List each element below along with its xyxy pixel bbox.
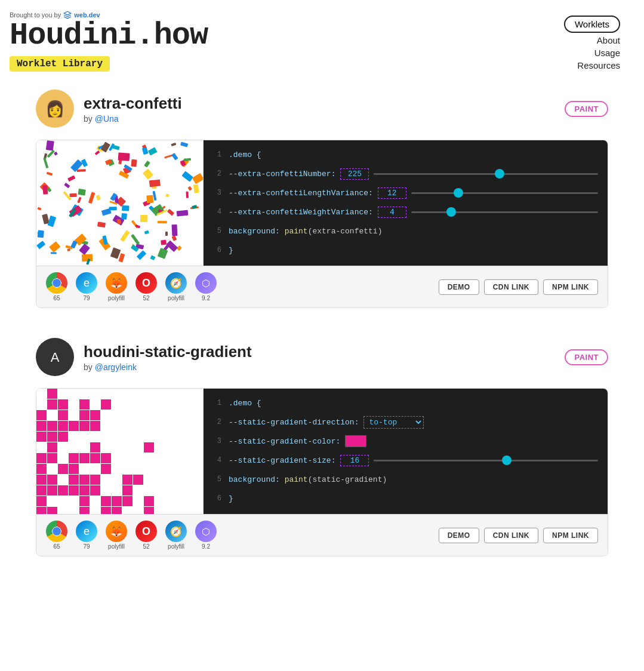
static-gradient-block (101, 464, 111, 474)
by-label: by (84, 362, 95, 372)
arc-label: 9.2 (202, 543, 210, 550)
demo-button[interactable]: DEMO (439, 279, 479, 295)
npm-link-button-2[interactable]: NPM LINK (543, 528, 598, 543)
confetti-piece (97, 221, 106, 227)
confetti-piece (88, 192, 95, 204)
worklet-name: houdini-static-gradient (84, 343, 252, 361)
confetti-piece (143, 169, 153, 180)
by-label: by (84, 114, 95, 124)
static-gradient-block (69, 453, 79, 463)
confetti-weight-input[interactable] (378, 207, 406, 218)
chrome-label: 65 (53, 543, 60, 550)
nav-worklets-button[interactable]: Worklets (564, 16, 620, 33)
card-body: 1 .demo { 2 --static-gradient-direction:… (36, 388, 608, 556)
line-num: 3 (213, 189, 221, 197)
worklet-card-extra-confetti: 👩 extra-confetti by @Una PAINT (36, 90, 608, 308)
edge-symbol: e (84, 525, 90, 538)
static-gradient-block (47, 507, 57, 514)
browser-safari: 🧭 polyfill (165, 272, 187, 301)
confetti-number-input[interactable] (340, 168, 369, 180)
gradient-size-input[interactable] (340, 455, 369, 466)
confetti-piece (118, 153, 130, 161)
code-prop: --extra-confettiWeightVariance: (229, 208, 373, 217)
static-gradient-block (47, 421, 57, 431)
arc-icon: ⬡ (195, 272, 217, 294)
confetti-length-slider[interactable] (411, 192, 598, 194)
confetti-piece (186, 191, 189, 198)
confetti-piece (50, 252, 56, 254)
firefox-icon: 🦊 (106, 521, 127, 542)
author-link[interactable]: @Una (95, 114, 119, 124)
confetti-piece (118, 253, 125, 262)
static-gradient-block (36, 475, 47, 485)
confetti-length-input[interactable] (378, 187, 406, 199)
nav-resources-link[interactable]: Resources (577, 60, 620, 70)
code-line-5: 5 background: paint(extra-confetti) (204, 221, 608, 241)
arc-symbol: ⬡ (202, 526, 210, 537)
arc-icon: ⬡ (195, 521, 217, 542)
confetti-piece (144, 230, 149, 235)
static-gradient-block (90, 485, 100, 495)
firefox-symbol: 🦊 (110, 526, 122, 537)
gradient-direction-select[interactable]: to-top to-bottom to-left to-right (363, 416, 424, 429)
confetti-piece (161, 240, 166, 245)
confetti-piece (47, 172, 53, 176)
static-gradient-block (47, 475, 57, 485)
confetti-number-slider[interactable] (374, 173, 598, 175)
confetti-piece (54, 152, 58, 156)
edge-icon: e (76, 272, 97, 294)
confetti-piece (121, 213, 127, 220)
static-gradient-block (101, 399, 111, 410)
gradient-size-slider[interactable] (374, 460, 598, 461)
static-gradient-block (112, 496, 122, 506)
static-gradient-block (122, 485, 133, 495)
code-line-3: 3 --static-gradient-color: (204, 432, 608, 451)
code-line-1: 1 .demo { (204, 393, 608, 413)
confetti-weight-slider[interactable] (411, 211, 598, 213)
author-link[interactable]: @argyleink (95, 362, 137, 372)
code-content: background: paint(static-gradient) (229, 475, 598, 484)
footer-actions: DEMO CDN LINK NPM LINK (439, 528, 598, 543)
browser-firefox: 🦊 polyfill (106, 521, 127, 550)
confetti-piece (94, 150, 100, 155)
npm-link-button[interactable]: NPM LINK (543, 279, 598, 295)
confetti-piece (50, 241, 61, 252)
browser-chrome: 65 (46, 272, 67, 301)
confetti-piece (158, 221, 167, 223)
nav-about-link[interactable]: About (597, 35, 620, 45)
edge-symbol: e (84, 277, 90, 290)
static-gradient-block (144, 496, 154, 506)
code-line-2: 2 --extra-confettiNumber: (204, 164, 608, 183)
line-num: 2 (213, 418, 221, 426)
line-num: 1 (213, 399, 221, 407)
worklet-by: by @argyleink (84, 362, 252, 372)
static-gradient-block (36, 485, 47, 495)
static-gradient-block (58, 485, 68, 495)
line-num: 6 (213, 494, 221, 503)
static-gradient-block (36, 410, 47, 420)
confetti-piece (46, 140, 54, 150)
header-left: Brought to you by web.dev Houdini.how Wo… (10, 11, 208, 72)
code-content: --static-gradient-color: (229, 435, 598, 447)
opera-icon: O (135, 272, 157, 294)
cdn-link-button-2[interactable]: CDN LINK (484, 528, 538, 543)
static-gradient-block (47, 485, 57, 495)
cdn-link-button[interactable]: CDN LINK (484, 279, 538, 295)
confetti-piece (109, 207, 116, 211)
demo-button-2[interactable]: DEMO (439, 528, 479, 543)
nav-usage-link[interactable]: Usage (594, 48, 620, 58)
card-footer: 65 e 79 🦊 polyfill (36, 514, 608, 556)
code-line-4: 4 --static-gradient-size: (204, 451, 608, 470)
browser-icons: 65 e 79 🦊 polyfill (46, 272, 217, 301)
static-gradient-block (69, 485, 79, 495)
confetti-piece (165, 232, 168, 236)
opera-symbol: O (142, 277, 150, 290)
browser-opera: O 52 (135, 521, 157, 550)
confetti-piece (70, 240, 78, 248)
static-gradient-block (58, 421, 68, 431)
line-num: 5 (213, 475, 221, 484)
arc-label: 9.2 (202, 295, 210, 301)
line-num: 3 (213, 437, 221, 445)
code-text: .demo { (229, 399, 598, 408)
static-gradient-block (47, 442, 57, 453)
